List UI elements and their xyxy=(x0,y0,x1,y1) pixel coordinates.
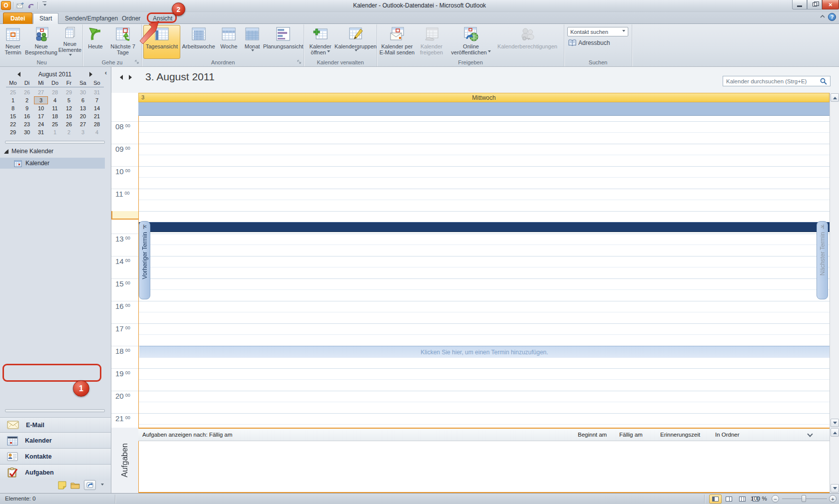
mini-calendar-day[interactable]: 16 xyxy=(20,112,34,120)
task-column-header[interactable]: Fällig am xyxy=(619,432,643,438)
mini-calendar-day[interactable]: 27 xyxy=(34,88,48,96)
nav-button-calendar[interactable]: Kalender xyxy=(0,432,111,448)
pane-splitter[interactable] xyxy=(5,141,105,144)
mini-calendar-day[interactable]: 11 xyxy=(48,104,62,112)
month-view-button[interactable]: Monat xyxy=(241,25,264,59)
mini-calendar-day[interactable]: 3 xyxy=(76,128,90,136)
today-button[interactable]: Heute xyxy=(84,25,107,59)
day-header[interactable]: 3 Mittwoch xyxy=(138,93,830,102)
mini-calendar-day[interactable]: 4 xyxy=(90,128,104,136)
shortcuts-icon[interactable] xyxy=(84,480,96,490)
add-appointment-hint[interactable]: Klicken Sie hier, um einen Termin hinzuz… xyxy=(139,346,830,358)
search-calendar-input[interactable]: Kalender durchsuchen (Strg+E) xyxy=(723,76,831,86)
email-calendar-button[interactable]: Kalender per E-Mail senden xyxy=(378,25,416,59)
next-7-days-button[interactable]: Nächste 7 Tage xyxy=(107,25,139,59)
zoom-level[interactable]: 100 % xyxy=(751,496,767,502)
work-week-view-button[interactable]: Arbeitswoche xyxy=(180,25,217,59)
mini-calendar-day[interactable]: 29 xyxy=(62,88,76,96)
mini-calendar-day[interactable]: 22 xyxy=(6,120,20,128)
view-button-3[interactable] xyxy=(736,495,749,504)
mini-calendar-day[interactable]: 29 xyxy=(6,128,20,136)
mini-calendar-day[interactable]: 23 xyxy=(20,120,34,128)
scroll-down-icon[interactable] xyxy=(831,484,839,493)
folder-list-icon[interactable] xyxy=(70,482,80,489)
restore-button[interactable] xyxy=(807,0,822,9)
nav-button-contacts[interactable]: Kontakte xyxy=(0,448,111,464)
tasks-group-by-header[interactable]: Aufgaben anzeigen nach: Fällig am xyxy=(142,432,232,438)
nav-button-mail[interactable]: E-Mail xyxy=(0,417,111,432)
mini-calendar-day[interactable]: 7 xyxy=(90,96,104,104)
tasks-list-area[interactable] xyxy=(138,441,830,493)
my-calendars-header[interactable]: Meine Kalender xyxy=(4,148,53,155)
mini-calendar-day[interactable]: 3 xyxy=(34,96,48,104)
calendar-list-item[interactable]: Kalender xyxy=(0,158,105,169)
new-appointment-button[interactable]: Neuer Termin xyxy=(2,25,24,59)
mini-calendar-day[interactable]: 1 xyxy=(6,96,20,104)
mini-calendar-day[interactable]: 2 xyxy=(62,128,76,136)
zoom-slider-handle[interactable] xyxy=(802,495,806,502)
mini-calendar-day[interactable]: 5 xyxy=(62,96,76,104)
chevron-down-icon[interactable] xyxy=(807,431,813,437)
scroll-up-icon[interactable] xyxy=(831,93,839,102)
minimize-button[interactable] xyxy=(792,0,807,9)
mini-calendar-day[interactable]: 1 xyxy=(48,128,62,136)
task-column-header[interactable]: Beginnt am xyxy=(578,432,607,438)
calendar-permissions-button[interactable]: Kalenderberechtigungen xyxy=(495,25,560,59)
mini-calendar-day[interactable]: 2 xyxy=(20,96,34,104)
mini-calendar-day[interactable]: 12 xyxy=(62,104,76,112)
mini-calendar-day[interactable]: 17 xyxy=(34,112,48,120)
mini-calendar-day[interactable]: 26 xyxy=(20,88,34,96)
mini-calendar-day[interactable]: 19 xyxy=(62,112,76,120)
mini-calendar-day[interactable]: 27 xyxy=(76,120,90,128)
mini-calendar-day[interactable]: 25 xyxy=(6,88,20,96)
share-calendar-button[interactable]: Kalender freigeben xyxy=(416,25,447,59)
mini-calendar-day[interactable]: 13 xyxy=(76,104,90,112)
mini-calendar-day[interactable]: 31 xyxy=(34,128,48,136)
mini-calendar-day[interactable]: 4 xyxy=(48,96,62,104)
mini-calendar-day[interactable]: 28 xyxy=(48,88,62,96)
calendar-scrollbar[interactable] xyxy=(830,93,839,428)
mini-calendar-day[interactable]: 26 xyxy=(62,120,76,128)
scroll-down-icon[interactable] xyxy=(831,419,839,427)
zoom-in-button[interactable]: + xyxy=(829,495,837,503)
mini-calendar-day[interactable]: 20 xyxy=(76,112,90,120)
mini-calendar-day[interactable]: 8 xyxy=(6,104,20,112)
tab-file[interactable]: Datei xyxy=(3,12,32,24)
previous-month-icon[interactable] xyxy=(15,72,20,77)
mini-calendar-day[interactable]: 18 xyxy=(48,112,62,120)
address-book-button[interactable]: Adressbuch xyxy=(568,39,628,46)
new-items-button[interactable]: Neue Elemente xyxy=(58,25,81,59)
mini-calendar-day[interactable]: 21 xyxy=(90,112,104,120)
help-icon[interactable]: ? xyxy=(828,13,836,21)
task-column-header[interactable]: Erinnerungszeit xyxy=(660,432,700,438)
find-contact-input[interactable]: Kontakt suchen xyxy=(567,27,628,36)
tab-start[interactable]: Start xyxy=(33,13,58,24)
publish-online-button[interactable]: Online veröffentlichen xyxy=(447,25,495,59)
search-icon[interactable] xyxy=(820,78,827,85)
next-day-icon[interactable] xyxy=(129,75,134,80)
dialog-launcher-icon[interactable] xyxy=(297,60,302,65)
week-view-button[interactable]: Woche xyxy=(217,25,241,59)
close-button[interactable]: ✕ xyxy=(822,0,839,9)
task-column-header[interactable]: In Ordner xyxy=(715,432,740,438)
day-grid[interactable]: |< Vorheriger Termin >| Nächster Termin … xyxy=(138,116,830,428)
view-button-2[interactable] xyxy=(723,495,735,504)
mini-calendar-day[interactable]: 25 xyxy=(48,120,62,128)
all-day-events-row[interactable] xyxy=(138,102,830,116)
scroll-up-icon[interactable] xyxy=(831,428,839,437)
nav-button-tasks[interactable]: Aufgaben xyxy=(0,464,111,480)
tab-send-receive[interactable]: Senden/Empfangen xyxy=(59,13,124,24)
new-meeting-button[interactable]: Neue Besprechung xyxy=(24,25,58,59)
mini-calendar-day[interactable]: 10 xyxy=(34,104,48,112)
collapse-ribbon-icon[interactable] xyxy=(820,14,826,18)
appointment-bar[interactable] xyxy=(139,222,830,232)
configure-buttons-caret-icon[interactable] xyxy=(101,484,104,487)
normal-view-button[interactable] xyxy=(709,495,722,504)
mini-calendar-day[interactable]: 24 xyxy=(34,120,48,128)
mini-calendar-day[interactable]: 14 xyxy=(90,104,104,112)
collapse-pane-icon[interactable]: ‹ xyxy=(105,69,107,76)
tasks-scrollbar[interactable] xyxy=(830,428,839,493)
next-appointment-tab[interactable]: >| Nächster Termin xyxy=(817,221,828,299)
mini-calendar-day[interactable]: 15 xyxy=(6,112,20,120)
mini-calendar-day[interactable]: 6 xyxy=(76,96,90,104)
